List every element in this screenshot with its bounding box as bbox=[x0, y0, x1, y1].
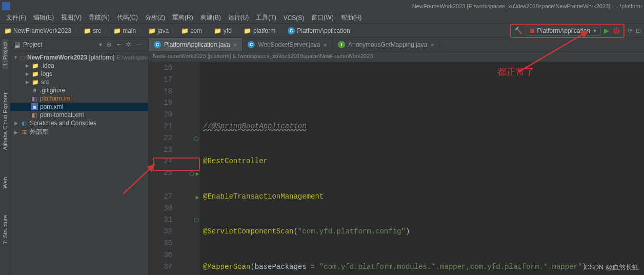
bc-main[interactable]: 📁main bbox=[112, 26, 137, 35]
scratches-icon: ◐ bbox=[21, 120, 28, 127]
class-icon: C bbox=[288, 27, 295, 34]
close-icon[interactable]: × bbox=[430, 41, 434, 49]
menu-nav[interactable]: 导航(N) bbox=[86, 12, 113, 23]
module-icon: ▢ bbox=[20, 54, 25, 61]
sidebar-tab-project[interactable]: 1: Project bbox=[2, 39, 8, 69]
gutter: 16 17 18 19 20 21 22⬡ 23 24 25⬡▶ 27▶ 30 … bbox=[149, 62, 200, 275]
close-icon[interactable]: × bbox=[324, 41, 328, 49]
menu-view[interactable]: 视图(V) bbox=[58, 12, 85, 23]
toolbar-more-icon[interactable]: ⟳ bbox=[628, 27, 633, 34]
build-icon[interactable]: 🔨 bbox=[514, 27, 522, 34]
menu-help[interactable]: 帮助(H) bbox=[338, 12, 365, 23]
spring-bean-icon[interactable]: ⬡ bbox=[194, 133, 199, 145]
sidebar-tab-alibaba[interactable]: Alibaba Cloud Explorer bbox=[2, 89, 8, 153]
tab-anonymous[interactable]: IAnonymousGetMapping.java× bbox=[333, 38, 440, 51]
run-gutter-icon[interactable]: ▶ bbox=[195, 168, 199, 180]
project-tool-icon: ▤ bbox=[14, 41, 20, 48]
menu-edit[interactable]: 编辑(E) bbox=[30, 12, 57, 23]
bc-src[interactable]: 📁src bbox=[83, 26, 102, 35]
breadcrumb: 📁NewFrameWork2023〉 📁src〉 📁main〉 📁java〉 📁… bbox=[3, 26, 351, 35]
class-icon: C bbox=[248, 41, 255, 48]
tree-external[interactable]: ▶⊞外部库 bbox=[10, 127, 148, 137]
chevron-down-icon: ▾ bbox=[593, 27, 596, 34]
sidebar-tab-web[interactable]: Web bbox=[2, 174, 8, 191]
tree-item-iml[interactable]: ◧platform.iml bbox=[10, 94, 148, 103]
menu-refactor[interactable]: 重构(R) bbox=[169, 12, 196, 23]
library-icon: ⊞ bbox=[21, 129, 28, 136]
project-panel: ▤ Project ▾ ⊕ ÷ ✲ — ▼▢ NewFrameWork2023 … bbox=[10, 38, 149, 275]
folder-icon: 📁 bbox=[32, 62, 39, 69]
tree-item-logs[interactable]: ▶📁logs bbox=[10, 70, 148, 78]
bc-yfd[interactable]: 📁yfd bbox=[213, 26, 233, 35]
settings-icon[interactable]: ✲ bbox=[125, 41, 132, 48]
run-config-label: PlatformApplication bbox=[537, 27, 590, 34]
spring-bean-icon[interactable]: ⬡ bbox=[194, 215, 199, 227]
xml-icon: ◧ bbox=[31, 111, 38, 119]
code-editor[interactable]: 16 17 18 19 20 21 22⬡ 23 24 25⬡▶ 27▶ 30 … bbox=[149, 62, 644, 275]
toolbar-search-icon[interactable]: ⊡ bbox=[636, 27, 641, 34]
menu-file[interactable]: 文件(F) bbox=[3, 12, 29, 23]
bc-java[interactable]: 📁java bbox=[147, 26, 170, 35]
left-gutter: 1: Project Alibaba Cloud Explorer Web 7:… bbox=[0, 38, 10, 275]
watermark: CSDN @血煞长虹 bbox=[585, 263, 639, 272]
tree-item-gitignore[interactable]: 🗎.gitignore bbox=[10, 86, 148, 94]
run-icon[interactable]: ▶ bbox=[604, 27, 609, 34]
sidebar-tab-structure[interactable]: 7: Structure bbox=[2, 212, 8, 247]
titlebar-path: NewFrameWork2023 [E:\workspaces_xu\idea2… bbox=[412, 3, 642, 9]
run-config-selector[interactable]: PlatformApplication ▾ bbox=[526, 26, 601, 36]
tab-websocket[interactable]: CWebSocketServer.java× bbox=[243, 38, 333, 51]
tree-scratches[interactable]: ▶◐Scratches and Consoles bbox=[10, 119, 148, 127]
menu-tools[interactable]: 工具(T) bbox=[253, 12, 279, 23]
chevron-down-icon[interactable]: ▾ bbox=[99, 41, 102, 48]
folder-icon: 📁 bbox=[32, 78, 39, 86]
stop-indicator-icon bbox=[530, 29, 534, 33]
tree-root[interactable]: ▼▢ NewFrameWork2023 [platform] E:\worksp… bbox=[10, 53, 148, 62]
project-tree: ▼▢ NewFrameWork2023 [platform] E:\worksp… bbox=[10, 51, 148, 275]
bc-root[interactable]: 📁NewFrameWork2023 bbox=[3, 26, 72, 35]
menu-run[interactable]: 运行(U) bbox=[225, 12, 252, 23]
tab-platform-app[interactable]: CPlatformApplication.java× bbox=[149, 38, 243, 51]
toolbar: 📁NewFrameWork2023〉 📁src〉 📁main〉 📁java〉 📁… bbox=[0, 24, 644, 38]
project-title: Project bbox=[23, 41, 96, 48]
run-config-box: 🔨 PlatformApplication ▾ ▶ 🐞 bbox=[510, 24, 625, 38]
tree-item-pom-tomcat[interactable]: ◧pom-tomcat.xml bbox=[10, 111, 148, 119]
class-icon: C bbox=[154, 41, 161, 48]
editor-area: CPlatformApplication.java× CWebSocketSer… bbox=[149, 38, 644, 275]
spring-run-icon[interactable]: ⬡ bbox=[189, 168, 194, 180]
menu-build[interactable]: 构建(B) bbox=[197, 12, 224, 23]
tree-item-pom[interactable]: mpom.xml bbox=[10, 103, 148, 111]
menu-analyze[interactable]: 分析(Z) bbox=[142, 12, 168, 23]
bc-com[interactable]: 📁com bbox=[180, 26, 203, 35]
bc-platform[interactable]: 📁platform bbox=[243, 26, 276, 35]
menubar: 文件(F) 编辑(E) 视图(V) 导航(N) 代码(C) 分析(Z) 重构(R… bbox=[0, 12, 644, 24]
bc-class[interactable]: CPlatformApplication bbox=[287, 26, 351, 35]
iml-icon: ◧ bbox=[31, 95, 38, 102]
close-icon[interactable]: × bbox=[233, 41, 237, 49]
tree-item-src[interactable]: ▶📁src bbox=[10, 78, 148, 86]
debug-icon[interactable]: 🐞 bbox=[612, 27, 620, 34]
file-icon: 🗎 bbox=[31, 87, 38, 94]
editor-breadcrumb: NewFrameWork2023 [platform] E:\workspace… bbox=[149, 52, 644, 62]
collapse-icon[interactable]: ÷ bbox=[116, 41, 122, 48]
menu-vcs[interactable]: VCS(S) bbox=[280, 13, 308, 23]
folder-icon: 📁 bbox=[32, 70, 39, 77]
menu-code[interactable]: 代码(C) bbox=[114, 12, 141, 23]
hide-icon[interactable]: — bbox=[135, 41, 144, 48]
maven-icon: m bbox=[31, 103, 38, 110]
locate-icon[interactable]: ⊕ bbox=[105, 41, 113, 48]
interface-icon: I bbox=[338, 41, 345, 48]
menu-window[interactable]: 窗口(W) bbox=[308, 12, 336, 23]
editor-tabs: CPlatformApplication.java× CWebSocketSer… bbox=[149, 38, 644, 52]
ide-logo bbox=[2, 2, 10, 10]
run-gutter-icon[interactable]: ▶ bbox=[195, 192, 199, 204]
tree-item-idea[interactable]: ▶📁.idea bbox=[10, 62, 148, 70]
